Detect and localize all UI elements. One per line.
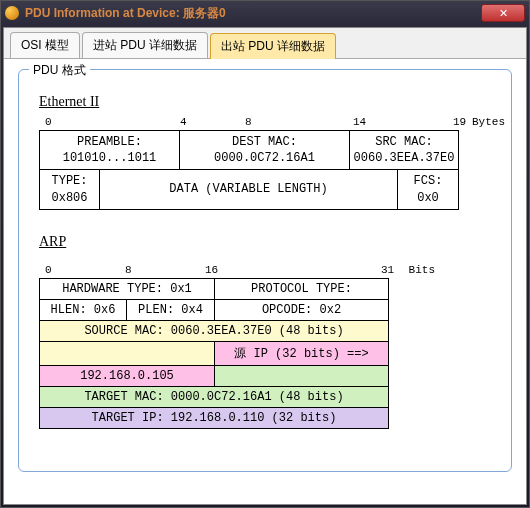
arp-opcode-cell: OPCODE: 0x2	[215, 300, 388, 320]
ethernet-table: PREAMBLE: 101010...1011 DEST MAC: 0000.0…	[39, 130, 459, 210]
ruler-tick: 8	[125, 264, 132, 276]
arp-row-srcmac: SOURCE MAC: 0060.3EEA.37E0 (48 bits)	[40, 320, 388, 341]
ruler-tick: 16	[205, 264, 218, 276]
arp-hlen-cell: HLEN: 0x6	[40, 300, 127, 320]
eth-srcmac-value: 0060.3EEA.37E0	[352, 150, 456, 166]
ruler-tick: 0	[45, 264, 52, 276]
ruler-unit: Bytes	[472, 116, 505, 128]
tab-osi-model[interactable]: OSI 模型	[10, 32, 80, 58]
arp-hwtype-cell: HARDWARE TYPE: 0x1	[40, 279, 215, 299]
arp-srcip-label-cell: 源 IP (32 bits) ==>	[215, 341, 388, 365]
ethernet-row-2: TYPE: 0x806 DATA (VARIABLE LENGTH) FCS: …	[40, 169, 458, 208]
eth-type-label: TYPE:	[42, 173, 97, 189]
arp-tgtmac-cell: TARGET MAC: 0000.0C72.16A1 (48 bits)	[40, 387, 388, 407]
eth-type-cell: TYPE: 0x806	[40, 170, 100, 208]
arp-srcip-right-spacer	[215, 366, 388, 386]
eth-destmac-value: 0000.0C72.16A1	[182, 150, 347, 166]
arp-row-srcip-value: 192.168.0.105	[40, 365, 388, 386]
arp-srcip-spacer	[40, 341, 215, 365]
eth-preamble-cell: PREAMBLE: 101010...1011	[40, 131, 180, 169]
pdu-window: PDU Information at Device: 服务器0 ✕ OSI 模型…	[0, 0, 530, 508]
pdu-format-group: PDU 格式 Ethernet II 0 4 8 14 19 Bytes	[18, 69, 512, 472]
arp-ruler: 0 8 16 31 Bits	[45, 264, 435, 278]
close-button[interactable]: ✕	[481, 4, 525, 22]
arp-row-tgtmac: TARGET MAC: 0000.0C72.16A1 (48 bits)	[40, 386, 388, 407]
ethernet-row-1: PREAMBLE: 101010...1011 DEST MAC: 0000.0…	[40, 131, 458, 169]
ruler-tick: 19	[453, 116, 466, 128]
arp-block: 0 8 16 31 Bits HARDWARE TYPE: 0x1 PROTOC…	[39, 264, 389, 429]
ruler-tick: 8	[245, 116, 252, 128]
arp-plen-cell: PLEN: 0x4	[127, 300, 215, 320]
eth-fcs-cell: FCS: 0x0	[398, 170, 458, 208]
eth-destmac-label: DEST MAC:	[182, 134, 347, 150]
arp-row-srcip-label: 源 IP (32 bits) ==>	[40, 341, 388, 365]
eth-data-cell: DATA (VARIABLE LENGTH)	[100, 170, 398, 208]
app-icon	[5, 6, 19, 20]
arp-row-hwtype: HARDWARE TYPE: 0x1 PROTOCOL TYPE:	[40, 279, 388, 299]
horizontal-scrollbar[interactable]	[33, 439, 497, 457]
eth-srcmac-cell: SRC MAC: 0060.3EEA.37E0	[350, 131, 458, 169]
ruler-tick: 0	[45, 116, 52, 128]
ruler-tick: 14	[353, 116, 366, 128]
arp-ptype-cell: PROTOCOL TYPE:	[215, 279, 388, 299]
ethernet-section-title: Ethernet II	[39, 94, 497, 110]
arp-table: HARDWARE TYPE: 0x1 PROTOCOL TYPE: HLEN: …	[39, 278, 389, 429]
arp-row-tgtip: TARGET IP: 192.168.0.110 (32 bits)	[40, 407, 388, 428]
group-label: PDU 格式	[29, 62, 90, 79]
eth-fcs-label: FCS:	[400, 173, 456, 189]
eth-type-value: 0x806	[42, 190, 97, 206]
titlebar[interactable]: PDU Information at Device: 服务器0 ✕	[1, 1, 529, 25]
ruler-tick: 31	[381, 264, 394, 276]
ethernet-ruler: 0 4 8 14 19 Bytes	[45, 116, 505, 130]
eth-destmac-cell: DEST MAC: 0000.0C72.16A1	[180, 131, 350, 169]
eth-preamble-value: 101010...1011	[42, 150, 177, 166]
arp-row-lens: HLEN: 0x6 PLEN: 0x4 OPCODE: 0x2	[40, 299, 388, 320]
client-area: OSI 模型 进站 PDU 详细数据 出站 PDU 详细数据 PDU 格式 Et…	[3, 27, 527, 505]
eth-data-label: DATA (VARIABLE LENGTH)	[169, 181, 327, 197]
tab-content: PDU 格式 Ethernet II 0 4 8 14 19 Bytes	[4, 59, 526, 504]
arp-section-title: ARP	[39, 234, 497, 250]
eth-fcs-value: 0x0	[400, 190, 456, 206]
eth-srcmac-label: SRC MAC:	[352, 134, 456, 150]
tab-outbound-pdu[interactable]: 出站 PDU 详细数据	[210, 33, 336, 59]
tab-bar: OSI 模型 进站 PDU 详细数据 出站 PDU 详细数据	[4, 28, 526, 59]
arp-srcip-value-cell: 192.168.0.105	[40, 366, 215, 386]
tab-inbound-pdu[interactable]: 进站 PDU 详细数据	[82, 32, 208, 58]
eth-preamble-label: PREAMBLE:	[42, 134, 177, 150]
window-title: PDU Information at Device: 服务器0	[25, 5, 481, 22]
ruler-unit: Bits	[409, 264, 435, 276]
ethernet-block: 0 4 8 14 19 Bytes PREAMBLE: 101010...101…	[39, 116, 459, 210]
ruler-tick: 4	[180, 116, 187, 128]
arp-tgtip-cell: TARGET IP: 192.168.0.110 (32 bits)	[40, 408, 388, 428]
arp-srcmac-cell: SOURCE MAC: 0060.3EEA.37E0 (48 bits)	[40, 321, 388, 341]
